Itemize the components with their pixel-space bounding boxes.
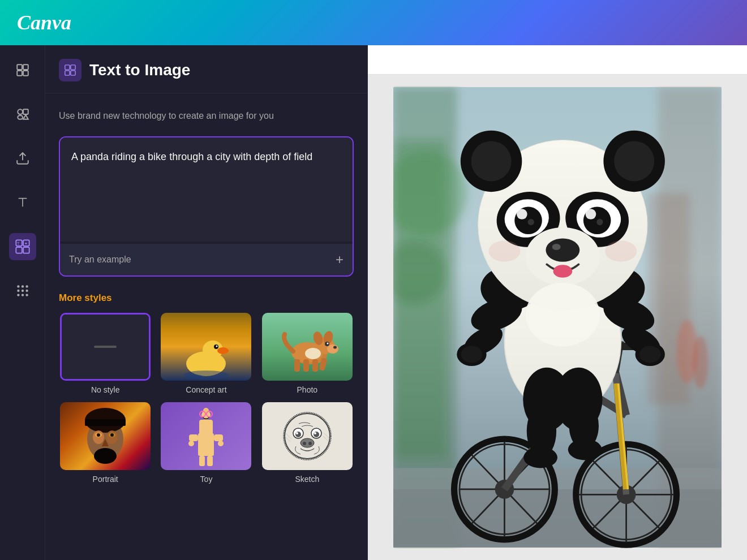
svg-point-71 bbox=[188, 441, 194, 446]
svg-rect-47 bbox=[303, 359, 309, 372]
svg-rect-73 bbox=[199, 456, 205, 466]
sidebar-item-text[interactable] bbox=[9, 189, 36, 216]
svg-point-133 bbox=[461, 346, 482, 363]
main-layout: T ✦ bbox=[0, 45, 747, 560]
style-thumb-portrait bbox=[60, 402, 151, 470]
panel-title: Text to Image bbox=[89, 61, 190, 79]
svg-rect-29 bbox=[71, 71, 75, 75]
style-concept-art[interactable]: Concept art bbox=[160, 313, 252, 394]
style-label-sketch: Sketch bbox=[295, 475, 319, 484]
svg-point-61 bbox=[94, 448, 117, 464]
svg-rect-5 bbox=[23, 109, 28, 114]
svg-point-137 bbox=[639, 346, 660, 363]
svg-rect-2 bbox=[17, 71, 22, 76]
svg-point-50 bbox=[305, 348, 321, 359]
svg-point-42 bbox=[327, 344, 338, 354]
svg-marker-7 bbox=[23, 115, 28, 119]
svg-point-20 bbox=[17, 290, 19, 292]
no-style-dash bbox=[94, 346, 117, 348]
style-thumb-no-style bbox=[60, 313, 151, 381]
svg-point-22 bbox=[25, 290, 28, 292]
styles-grid: No style bbox=[59, 313, 354, 484]
svg-point-83 bbox=[300, 438, 314, 447]
svg-point-158 bbox=[586, 209, 596, 219]
style-label-portrait: Portrait bbox=[93, 475, 118, 484]
svg-point-84 bbox=[303, 442, 306, 445]
style-photo[interactable]: Photo bbox=[261, 313, 354, 394]
svg-point-59 bbox=[110, 433, 114, 437]
svg-point-25 bbox=[25, 294, 28, 296]
svg-rect-70 bbox=[214, 434, 223, 441]
svg-point-167 bbox=[526, 283, 600, 346]
svg-rect-13 bbox=[16, 247, 22, 253]
svg-point-34 bbox=[217, 347, 229, 354]
svg-point-4 bbox=[18, 109, 23, 114]
svg-point-163 bbox=[552, 244, 561, 250]
svg-rect-68 bbox=[198, 433, 214, 456]
svg-point-85 bbox=[308, 442, 312, 445]
style-portrait[interactable]: Portrait bbox=[59, 402, 152, 484]
svg-text:✦: ✦ bbox=[24, 242, 27, 245]
sidebar-item-upload[interactable] bbox=[9, 145, 36, 172]
svg-point-166 bbox=[605, 240, 637, 261]
svg-point-82 bbox=[314, 432, 316, 434]
svg-point-142 bbox=[523, 447, 557, 468]
svg-rect-53 bbox=[85, 419, 126, 426]
sidebar-item-layout[interactable] bbox=[9, 57, 36, 84]
svg-point-162 bbox=[546, 239, 579, 262]
svg-point-57 bbox=[97, 433, 100, 437]
svg-text:T: T bbox=[17, 242, 20, 245]
more-styles-label: More styles bbox=[59, 292, 354, 304]
sidebar-item-elements[interactable] bbox=[9, 101, 36, 128]
svg-rect-48 bbox=[312, 359, 318, 372]
svg-point-17 bbox=[17, 285, 19, 287]
app-header: Canva bbox=[0, 0, 747, 45]
svg-point-81 bbox=[296, 432, 298, 434]
try-example-button[interactable]: Try an example + bbox=[60, 244, 353, 275]
style-thumb-toy bbox=[161, 402, 251, 470]
generated-image-container bbox=[368, 75, 747, 560]
svg-point-79 bbox=[295, 432, 301, 437]
image-panel bbox=[368, 45, 747, 560]
style-label-no-style: No style bbox=[91, 385, 120, 394]
svg-point-36 bbox=[186, 374, 203, 379]
style-toy[interactable]: Toy bbox=[160, 402, 252, 484]
style-label-concept-art: Concept art bbox=[186, 385, 226, 394]
style-sketch[interactable]: Sketch bbox=[261, 402, 354, 484]
svg-point-24 bbox=[21, 294, 23, 296]
style-thumb-sketch bbox=[262, 402, 353, 470]
style-thumb-photo bbox=[262, 313, 353, 381]
try-example-label: Try an example bbox=[69, 255, 131, 265]
svg-point-159 bbox=[528, 219, 534, 225]
panel-content: Use brand new technology to create an im… bbox=[45, 93, 367, 499]
svg-point-164 bbox=[553, 265, 573, 277]
canva-logo: Canva bbox=[17, 11, 71, 35]
sidebar-item-ai[interactable]: T ✦ bbox=[9, 233, 36, 260]
panda-image bbox=[393, 86, 722, 549]
svg-point-43 bbox=[333, 346, 337, 348]
svg-rect-6 bbox=[18, 115, 23, 119]
image-top-bar bbox=[368, 45, 747, 75]
svg-rect-74 bbox=[207, 456, 213, 466]
panel: Text to Image Use brand new technology t… bbox=[45, 45, 368, 560]
sidebar-item-apps[interactable] bbox=[9, 277, 36, 304]
prompt-input[interactable] bbox=[60, 137, 353, 242]
svg-rect-26 bbox=[65, 65, 70, 70]
svg-point-150 bbox=[614, 141, 654, 182]
svg-point-18 bbox=[21, 285, 23, 287]
svg-rect-14 bbox=[23, 247, 29, 253]
svg-rect-0 bbox=[17, 64, 22, 70]
svg-point-143 bbox=[568, 439, 602, 460]
panel-icon bbox=[59, 59, 81, 81]
icon-sidebar: T ✦ bbox=[0, 45, 45, 560]
prompt-input-wrapper[interactable]: Try an example + bbox=[59, 136, 354, 277]
svg-point-21 bbox=[21, 290, 23, 292]
svg-point-33 bbox=[216, 345, 218, 347]
style-no-style[interactable]: No style bbox=[59, 313, 152, 394]
svg-point-98 bbox=[693, 336, 709, 389]
svg-point-80 bbox=[314, 432, 319, 437]
svg-rect-1 bbox=[23, 64, 28, 70]
svg-rect-46 bbox=[294, 359, 300, 372]
svg-rect-3 bbox=[23, 71, 28, 76]
style-thumb-concept-art bbox=[161, 313, 251, 381]
